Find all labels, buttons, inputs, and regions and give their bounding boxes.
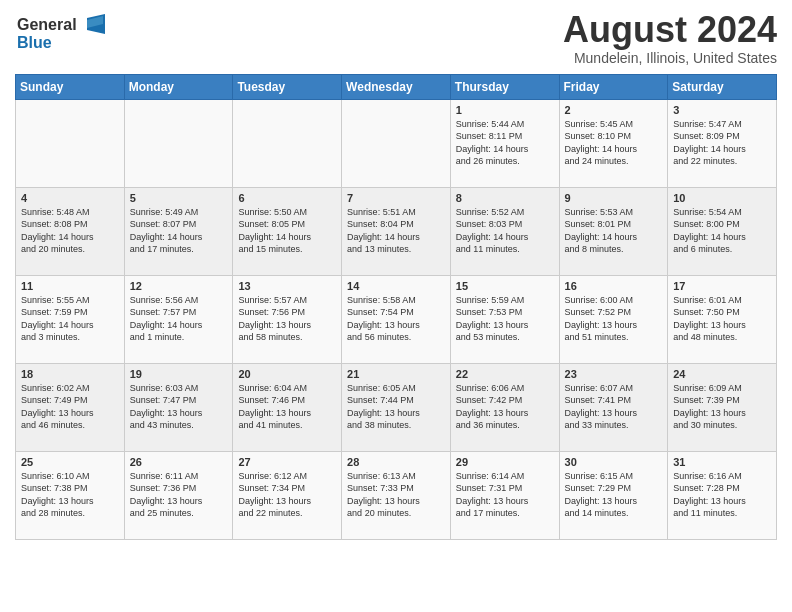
calendar-day-27: 27Sunrise: 6:12 AM Sunset: 7:34 PM Dayli…	[233, 451, 342, 539]
day-info: Sunrise: 6:03 AM Sunset: 7:47 PM Dayligh…	[130, 382, 228, 432]
day-info: Sunrise: 5:44 AM Sunset: 8:11 PM Dayligh…	[456, 118, 554, 168]
logo-icon: General Blue	[15, 10, 105, 54]
day-number: 8	[456, 192, 554, 204]
day-info: Sunrise: 5:58 AM Sunset: 7:54 PM Dayligh…	[347, 294, 445, 344]
calendar-day-18: 18Sunrise: 6:02 AM Sunset: 7:49 PM Dayli…	[16, 363, 125, 451]
day-number: 20	[238, 368, 336, 380]
day-info: Sunrise: 5:57 AM Sunset: 7:56 PM Dayligh…	[238, 294, 336, 344]
day-number: 18	[21, 368, 119, 380]
day-number: 16	[565, 280, 663, 292]
calendar-week-row: 4Sunrise: 5:48 AM Sunset: 8:08 PM Daylig…	[16, 187, 777, 275]
logo: General Blue	[15, 10, 105, 54]
calendar-day-7: 7Sunrise: 5:51 AM Sunset: 8:04 PM Daylig…	[342, 187, 451, 275]
day-number: 24	[673, 368, 771, 380]
calendar-day-19: 19Sunrise: 6:03 AM Sunset: 7:47 PM Dayli…	[124, 363, 233, 451]
day-number: 14	[347, 280, 445, 292]
calendar-day-2: 2Sunrise: 5:45 AM Sunset: 8:10 PM Daylig…	[559, 99, 668, 187]
calendar-day-31: 31Sunrise: 6:16 AM Sunset: 7:28 PM Dayli…	[668, 451, 777, 539]
day-info: Sunrise: 6:01 AM Sunset: 7:50 PM Dayligh…	[673, 294, 771, 344]
day-info: Sunrise: 6:11 AM Sunset: 7:36 PM Dayligh…	[130, 470, 228, 520]
day-number: 4	[21, 192, 119, 204]
calendar-empty-cell	[124, 99, 233, 187]
day-info: Sunrise: 6:16 AM Sunset: 7:28 PM Dayligh…	[673, 470, 771, 520]
calendar-day-12: 12Sunrise: 5:56 AM Sunset: 7:57 PM Dayli…	[124, 275, 233, 363]
day-info: Sunrise: 6:05 AM Sunset: 7:44 PM Dayligh…	[347, 382, 445, 432]
day-info: Sunrise: 5:45 AM Sunset: 8:10 PM Dayligh…	[565, 118, 663, 168]
calendar-day-20: 20Sunrise: 6:04 AM Sunset: 7:46 PM Dayli…	[233, 363, 342, 451]
page-header: General Blue August 2024 Mundelein, Illi…	[15, 10, 777, 66]
day-info: Sunrise: 5:54 AM Sunset: 8:00 PM Dayligh…	[673, 206, 771, 256]
day-info: Sunrise: 6:06 AM Sunset: 7:42 PM Dayligh…	[456, 382, 554, 432]
day-number: 19	[130, 368, 228, 380]
day-number: 30	[565, 456, 663, 468]
month-year-title: August 2024	[563, 10, 777, 50]
svg-text:Blue: Blue	[17, 34, 52, 51]
calendar-day-23: 23Sunrise: 6:07 AM Sunset: 7:41 PM Dayli…	[559, 363, 668, 451]
day-info: Sunrise: 6:07 AM Sunset: 7:41 PM Dayligh…	[565, 382, 663, 432]
day-number: 2	[565, 104, 663, 116]
calendar-day-25: 25Sunrise: 6:10 AM Sunset: 7:38 PM Dayli…	[16, 451, 125, 539]
day-number: 26	[130, 456, 228, 468]
day-info: Sunrise: 6:04 AM Sunset: 7:46 PM Dayligh…	[238, 382, 336, 432]
day-number: 25	[21, 456, 119, 468]
day-number: 1	[456, 104, 554, 116]
calendar-day-15: 15Sunrise: 5:59 AM Sunset: 7:53 PM Dayli…	[450, 275, 559, 363]
calendar-table: SundayMondayTuesdayWednesdayThursdayFrid…	[15, 74, 777, 540]
day-info: Sunrise: 5:55 AM Sunset: 7:59 PM Dayligh…	[21, 294, 119, 344]
day-info: Sunrise: 5:59 AM Sunset: 7:53 PM Dayligh…	[456, 294, 554, 344]
day-number: 27	[238, 456, 336, 468]
day-number: 15	[456, 280, 554, 292]
svg-text:General: General	[17, 16, 77, 33]
day-info: Sunrise: 6:15 AM Sunset: 7:29 PM Dayligh…	[565, 470, 663, 520]
header-wednesday: Wednesday	[342, 74, 451, 99]
day-number: 9	[565, 192, 663, 204]
day-info: Sunrise: 5:51 AM Sunset: 8:04 PM Dayligh…	[347, 206, 445, 256]
calendar-week-row: 11Sunrise: 5:55 AM Sunset: 7:59 PM Dayli…	[16, 275, 777, 363]
calendar-day-13: 13Sunrise: 5:57 AM Sunset: 7:56 PM Dayli…	[233, 275, 342, 363]
calendar-day-29: 29Sunrise: 6:14 AM Sunset: 7:31 PM Dayli…	[450, 451, 559, 539]
day-info: Sunrise: 6:02 AM Sunset: 7:49 PM Dayligh…	[21, 382, 119, 432]
day-number: 6	[238, 192, 336, 204]
title-block: August 2024 Mundelein, Illinois, United …	[563, 10, 777, 66]
day-number: 21	[347, 368, 445, 380]
day-number: 17	[673, 280, 771, 292]
day-info: Sunrise: 6:10 AM Sunset: 7:38 PM Dayligh…	[21, 470, 119, 520]
calendar-week-row: 25Sunrise: 6:10 AM Sunset: 7:38 PM Dayli…	[16, 451, 777, 539]
calendar-day-6: 6Sunrise: 5:50 AM Sunset: 8:05 PM Daylig…	[233, 187, 342, 275]
day-number: 10	[673, 192, 771, 204]
calendar-day-4: 4Sunrise: 5:48 AM Sunset: 8:08 PM Daylig…	[16, 187, 125, 275]
day-number: 5	[130, 192, 228, 204]
calendar-day-22: 22Sunrise: 6:06 AM Sunset: 7:42 PM Dayli…	[450, 363, 559, 451]
day-number: 12	[130, 280, 228, 292]
day-number: 31	[673, 456, 771, 468]
calendar-week-row: 1Sunrise: 5:44 AM Sunset: 8:11 PM Daylig…	[16, 99, 777, 187]
calendar-day-24: 24Sunrise: 6:09 AM Sunset: 7:39 PM Dayli…	[668, 363, 777, 451]
day-number: 13	[238, 280, 336, 292]
day-info: Sunrise: 6:13 AM Sunset: 7:33 PM Dayligh…	[347, 470, 445, 520]
calendar-header-row: SundayMondayTuesdayWednesdayThursdayFrid…	[16, 74, 777, 99]
day-info: Sunrise: 5:52 AM Sunset: 8:03 PM Dayligh…	[456, 206, 554, 256]
calendar-day-8: 8Sunrise: 5:52 AM Sunset: 8:03 PM Daylig…	[450, 187, 559, 275]
header-sunday: Sunday	[16, 74, 125, 99]
header-friday: Friday	[559, 74, 668, 99]
header-tuesday: Tuesday	[233, 74, 342, 99]
day-info: Sunrise: 6:00 AM Sunset: 7:52 PM Dayligh…	[565, 294, 663, 344]
calendar-day-14: 14Sunrise: 5:58 AM Sunset: 7:54 PM Dayli…	[342, 275, 451, 363]
day-info: Sunrise: 5:49 AM Sunset: 8:07 PM Dayligh…	[130, 206, 228, 256]
day-info: Sunrise: 5:50 AM Sunset: 8:05 PM Dayligh…	[238, 206, 336, 256]
day-number: 22	[456, 368, 554, 380]
day-number: 3	[673, 104, 771, 116]
calendar-day-28: 28Sunrise: 6:13 AM Sunset: 7:33 PM Dayli…	[342, 451, 451, 539]
calendar-day-21: 21Sunrise: 6:05 AM Sunset: 7:44 PM Dayli…	[342, 363, 451, 451]
calendar-day-1: 1Sunrise: 5:44 AM Sunset: 8:11 PM Daylig…	[450, 99, 559, 187]
location-subtitle: Mundelein, Illinois, United States	[563, 50, 777, 66]
calendar-day-10: 10Sunrise: 5:54 AM Sunset: 8:00 PM Dayli…	[668, 187, 777, 275]
day-info: Sunrise: 5:47 AM Sunset: 8:09 PM Dayligh…	[673, 118, 771, 168]
calendar-day-16: 16Sunrise: 6:00 AM Sunset: 7:52 PM Dayli…	[559, 275, 668, 363]
day-number: 28	[347, 456, 445, 468]
calendar-day-11: 11Sunrise: 5:55 AM Sunset: 7:59 PM Dayli…	[16, 275, 125, 363]
calendar-day-5: 5Sunrise: 5:49 AM Sunset: 8:07 PM Daylig…	[124, 187, 233, 275]
day-number: 7	[347, 192, 445, 204]
calendar-day-17: 17Sunrise: 6:01 AM Sunset: 7:50 PM Dayli…	[668, 275, 777, 363]
day-info: Sunrise: 6:12 AM Sunset: 7:34 PM Dayligh…	[238, 470, 336, 520]
